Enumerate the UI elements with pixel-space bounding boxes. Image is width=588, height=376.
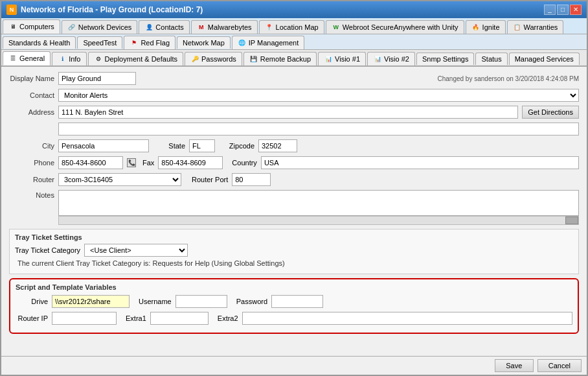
save-button[interactable]: Save <box>495 359 534 372</box>
city-row: City State Zipcode <box>9 139 579 152</box>
tab-malwarebytes-label: Malwarebytes <box>208 23 252 31</box>
tab-ip-management-label: IP Management <box>249 39 299 47</box>
router-select[interactable]: 3com-3C16405 <box>58 173 181 186</box>
tab-ignite[interactable]: 🔥 Ignite <box>466 20 506 34</box>
zipcode-input[interactable] <box>258 139 297 152</box>
notes-textarea[interactable] <box>58 190 579 216</box>
footer-bar: Save Cancel <box>1 356 587 375</box>
tab-passwords[interactable]: 🔑 Passwords <box>185 52 242 65</box>
display-name-input[interactable] <box>58 72 136 85</box>
tab-network-map[interactable]: Network Map <box>177 36 231 49</box>
extra1-input[interactable] <box>150 312 209 325</box>
notes-label: Notes <box>9 191 54 199</box>
router-ip-input[interactable] <box>52 312 117 325</box>
phone-row: Phone 📞 Fax Country <box>9 156 579 169</box>
tab-speedtest[interactable]: SpeedTest <box>77 36 122 49</box>
router-port-input[interactable] <box>232 173 271 186</box>
deploy-icon: ⚙ <box>94 54 103 64</box>
extra2-label: Extra2 <box>218 314 238 322</box>
cancel-button[interactable]: Cancel <box>537 359 582 372</box>
country-input[interactable] <box>261 156 579 169</box>
visio1-icon: 📊 <box>324 54 333 64</box>
extra1-label: Extra1 <box>126 314 146 322</box>
tab-malwarebytes[interactable]: M Malwarebytes <box>191 20 258 34</box>
ignite-icon: 🔥 <box>471 23 481 32</box>
secondary-tab-bar: Standards & Health SpeedTest ⚑ Red Flag … <box>1 34 587 50</box>
state-label: State <box>153 142 185 150</box>
address1-input[interactable] <box>58 106 518 119</box>
phone-input[interactable] <box>58 156 123 169</box>
tab-contacts[interactable]: 👤 Contacts <box>139 20 189 34</box>
address-label: Address <box>9 108 54 116</box>
tab-webroot[interactable]: W Webroot SecureAnywhere with Unity <box>326 20 464 34</box>
main-content: Display Name Changed by sanderson on 3/2… <box>1 67 587 356</box>
tab-snmp[interactable]: Snmp Settings <box>416 53 475 65</box>
tab-network-devices-label: Network Devices <box>78 23 132 31</box>
phone-label: Phone <box>9 159 54 167</box>
routerip-row: Router IP Extra1 Extra2 <box>16 312 572 325</box>
notes-container <box>58 190 579 225</box>
tab-remote-backup[interactable]: 💾 Remote Backup <box>243 52 317 65</box>
password-input[interactable] <box>271 295 323 308</box>
visio2-icon: 📊 <box>373 54 382 64</box>
drive-input[interactable] <box>52 295 130 308</box>
tab-computers-label: Computers <box>19 23 54 30</box>
maximize-button[interactable]: □ <box>557 5 569 15</box>
tab-computers[interactable]: 🖥 Computers <box>3 19 60 34</box>
ip-icon: 🌐 <box>238 38 247 47</box>
tab-redflag[interactable]: ⚑ Red Flag <box>124 36 175 49</box>
tab-warranties[interactable]: 📋 Warranties <box>507 20 564 34</box>
tab-visio1[interactable]: 📊 Visio #1 <box>318 52 366 65</box>
tab-general[interactable]: ☰ General <box>3 51 51 65</box>
tab-info[interactable]: ℹ Info <box>52 52 86 65</box>
changed-info: Changed by sanderson on 3/20/2018 4:24:0… <box>438 75 580 82</box>
contact-select[interactable]: Monitor Alerts <box>58 89 579 102</box>
city-label: City <box>9 142 54 150</box>
address2-input[interactable] <box>58 123 579 135</box>
username-input[interactable] <box>175 295 227 308</box>
router-port-label: Router Port <box>192 176 228 183</box>
extra2-input[interactable] <box>242 312 572 325</box>
tab-status-label: Status <box>481 55 501 63</box>
city-input[interactable] <box>58 139 149 152</box>
fax-label: Fax <box>142 159 154 167</box>
scrollbar-thumb <box>565 217 578 224</box>
tab-ip-management[interactable]: 🌐 IP Management <box>232 36 304 49</box>
address2-row <box>9 123 579 135</box>
tab-speedtest-label: SpeedTest <box>83 39 117 47</box>
drive-label: Drive <box>16 298 48 305</box>
main-window: N Networks of Florida - Play Ground (Loc… <box>0 0 588 376</box>
title-controls: _ □ ✕ <box>544 5 582 15</box>
fax-input[interactable] <box>158 156 223 169</box>
tab-redflag-label: Red Flag <box>141 39 170 47</box>
tray-category-select[interactable]: <Use Client> <box>84 244 188 257</box>
notes-scrollbar[interactable] <box>58 216 579 225</box>
tab-network-devices[interactable]: 🔗 Network Devices <box>62 20 138 34</box>
tab-location-map[interactable]: 📍 Location Map <box>259 20 324 34</box>
drive-row: Drive Username Password <box>16 295 572 308</box>
minimize-button[interactable]: _ <box>544 5 556 15</box>
tab-general-label: General <box>19 54 45 62</box>
state-input[interactable] <box>189 139 215 152</box>
tab-snmp-label: Snmp Settings <box>422 55 469 63</box>
tab-deployment[interactable]: ⚙ Deployment & Defaults <box>88 52 184 65</box>
username-label: Username <box>139 298 172 305</box>
router-label: Router <box>9 176 54 183</box>
info-icon: ℹ <box>58 54 67 64</box>
tab-standards[interactable]: Standards & Health <box>3 36 76 49</box>
close-button[interactable]: ✕ <box>570 5 582 15</box>
location-icon: 📍 <box>265 23 274 32</box>
tab-ignite-label: Ignite <box>482 23 500 31</box>
get-directions-button[interactable]: Get Directions <box>522 106 579 119</box>
tray-info-value: Requests for Help (Using Global Settings… <box>152 259 284 267</box>
country-label: Country <box>232 159 257 167</box>
tab-managed[interactable]: Managed Services <box>509 53 580 65</box>
tab-status[interactable]: Status <box>475 53 507 65</box>
tab-remote-backup-label: Remote Backup <box>260 55 311 63</box>
notes-row: Notes <box>9 190 579 225</box>
tab-visio2[interactable]: 📊 Visio #2 <box>367 52 415 65</box>
tab-visio1-label: Visio #1 <box>335 55 360 63</box>
tab-info-label: Info <box>69 55 80 63</box>
phone-icon-button[interactable]: 📞 <box>127 158 136 167</box>
window-title: Networks of Florida - Play Ground (Locat… <box>21 5 203 14</box>
